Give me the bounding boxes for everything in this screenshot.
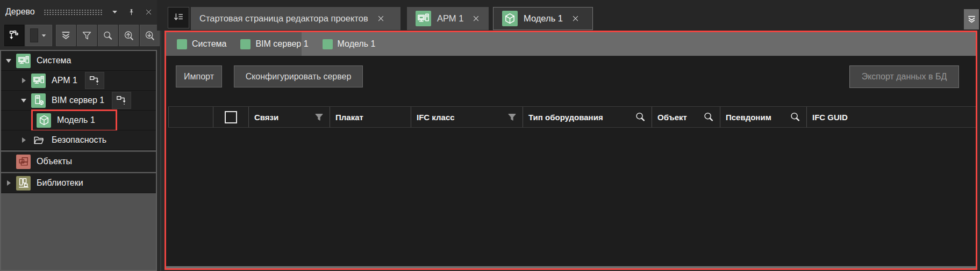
- expander-open-icon[interactable]: [19, 96, 28, 105]
- table-body-empty: [168, 128, 976, 265]
- configure-server-button[interactable]: Сконфигурировать сервер: [234, 65, 363, 87]
- tree-mode-button[interactable]: [4, 25, 24, 46]
- column-header-object[interactable]: Объект: [652, 107, 720, 127]
- tree-item-label: Система: [37, 56, 71, 65]
- search-down-icon: [144, 30, 155, 41]
- node-color-square: [323, 39, 333, 49]
- toolbar-gap: [53, 25, 55, 46]
- column-header-equipment-type[interactable]: Тип оборудования: [523, 107, 652, 127]
- subscribe-button[interactable]: [85, 72, 104, 89]
- panel-title: Дерево: [5, 7, 35, 17]
- objects-icon: [16, 155, 31, 169]
- expander-placeholder: [4, 157, 13, 166]
- filter-icon: [81, 30, 92, 41]
- model-editor-pane: Система BIM сервер 1 Модель 1 Импорт Ско…: [164, 31, 977, 270]
- subscribe-button[interactable]: [112, 92, 131, 109]
- breadcrumb-label: Модель 1: [338, 39, 376, 49]
- search-icon[interactable]: [789, 111, 801, 123]
- column-header-alias[interactable]: Псевдоним: [720, 107, 806, 127]
- tab-model1[interactable]: Модель 1: [493, 7, 593, 30]
- search-icon: [102, 30, 113, 41]
- select-all-checkbox[interactable]: [225, 111, 237, 123]
- tree-item-bim-server1[interactable]: BIM сервер 1: [1, 91, 156, 111]
- tree-view: Система АРМ 1 BIM сервер 1 Модель 1: [0, 50, 157, 271]
- breadcrumb-item-model1[interactable]: Модель 1: [323, 39, 376, 49]
- tab-label: Стартовая страница редактора проектов: [199, 13, 368, 24]
- close-icon[interactable]: [471, 14, 480, 23]
- breadcrumb-item-sistema[interactable]: Система: [177, 39, 226, 49]
- chevron-down-icon: [40, 32, 47, 39]
- filter-icon[interactable]: [314, 112, 324, 122]
- column-header-plakat[interactable]: Плакат: [330, 107, 411, 127]
- chevron-down-icon[interactable]: [110, 6, 120, 17]
- import-button[interactable]: Импорт: [176, 65, 222, 87]
- tree-item-label: Объекты: [37, 157, 72, 166]
- row-indicator-column: [168, 107, 213, 127]
- breadcrumb-item-bim-server1[interactable]: BIM сервер 1: [240, 39, 308, 49]
- close-icon[interactable]: [376, 14, 385, 23]
- pin-icon[interactable]: [127, 6, 137, 17]
- tab-list-button[interactable]: [168, 7, 189, 28]
- tree-item-model1[interactable]: Модель 1: [1, 111, 156, 130]
- tab-bar: Стартовая страница редактора проектов АР…: [157, 0, 980, 31]
- tab-label: АРМ 1: [437, 13, 463, 24]
- filter-button[interactable]: [77, 25, 97, 46]
- tab-overflow-button[interactable]: [964, 9, 979, 30]
- model-cube-icon: [37, 113, 51, 128]
- expander-closed-icon[interactable]: [19, 76, 28, 85]
- workstation-icon: [416, 11, 431, 26]
- drag-handle[interactable]: [44, 9, 103, 15]
- tree-item-label: BIM сервер 1: [52, 96, 104, 105]
- tree-toolbar: [4, 25, 160, 46]
- tree-item-sistema[interactable]: Система: [1, 51, 156, 71]
- column-header-svyazi[interactable]: Связи: [248, 107, 330, 127]
- tree-panel-header: Дерево: [5, 3, 154, 20]
- search-button[interactable]: [98, 25, 118, 46]
- expander-open-icon[interactable]: [4, 56, 13, 65]
- panel-splitter[interactable]: [160, 31, 161, 271]
- preset-swatch: [30, 28, 38, 42]
- app-window: Дерево Система: [0, 0, 980, 271]
- breadcrumb: Система BIM сервер 1 Модель 1: [166, 32, 976, 56]
- tree-item-arm1[interactable]: АРМ 1: [1, 71, 156, 91]
- search-icon[interactable]: [703, 111, 714, 123]
- tree-panel: Дерево Система: [0, 0, 157, 271]
- tree-item-label: Безопасность: [52, 135, 106, 145]
- tree-item-label: Библиотеки: [37, 178, 83, 188]
- tab-arm1[interactable]: АРМ 1: [407, 7, 489, 30]
- model-cube-icon: [502, 11, 518, 26]
- double-chevron-down-icon: [967, 14, 977, 25]
- expander-closed-icon[interactable]: [19, 136, 28, 144]
- search-up-button[interactable]: [119, 25, 139, 46]
- tab-label: Модель 1: [524, 13, 563, 24]
- system-icon: [16, 54, 31, 68]
- breadcrumb-label: BIM сервер 1: [255, 39, 308, 49]
- tree-item-label: Модель 1: [57, 115, 95, 125]
- link-down-icon: [116, 94, 127, 106]
- select-all-column: [213, 107, 248, 127]
- search-up-icon: [123, 30, 134, 41]
- breadcrumb-label: Система: [192, 39, 226, 49]
- expander-closed-icon[interactable]: [4, 179, 13, 187]
- search-icon[interactable]: [634, 111, 646, 123]
- tab-start-page[interactable]: Стартовая страница редактора проектов: [191, 7, 400, 30]
- tree-item-bezopasnost[interactable]: Безопасность: [1, 130, 156, 150]
- horizontal-scrollbar[interactable]: [166, 266, 976, 268]
- collapse-all-icon: [60, 30, 71, 41]
- column-header-ifc-class[interactable]: IFC класс: [411, 107, 523, 127]
- export-to-db-button: Экспорт данных в БД: [849, 65, 959, 88]
- tree-item-biblioteki[interactable]: Библиотеки: [1, 173, 156, 193]
- libraries-icon: [16, 176, 31, 191]
- view-preset-dropdown[interactable]: [25, 25, 52, 46]
- node-color-square: [240, 39, 251, 49]
- workstation-icon: [31, 74, 46, 88]
- bim-server-icon: [31, 93, 46, 108]
- column-header-ifc-guid[interactable]: IFC GUID: [806, 107, 976, 127]
- folder-icon: [31, 133, 46, 148]
- close-icon[interactable]: [144, 6, 154, 17]
- tree-item-obekty[interactable]: Объекты: [1, 152, 156, 172]
- tree-item-label: АРМ 1: [52, 76, 77, 85]
- filter-icon[interactable]: [507, 112, 517, 122]
- close-icon[interactable]: [571, 14, 580, 23]
- collapse-all-button[interactable]: [56, 25, 76, 46]
